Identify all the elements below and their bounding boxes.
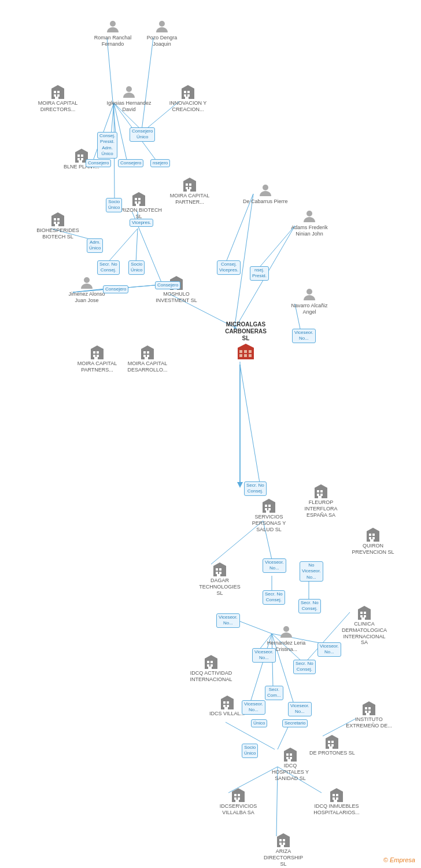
svg-rect-85 [189, 183, 191, 186]
svg-rect-202 [333, 794, 335, 796]
node-dagar-technologies[interactable]: DAGAR TECHNOLOGIES SL [197, 561, 243, 596]
svg-rect-149 [217, 574, 220, 576]
badge-secr-no-consej-5[interactable]: Secr. NoConsej. [293, 660, 316, 674]
badge-secr-no-consej-2[interactable]: Secr. NoConsej. [244, 481, 267, 496]
badge-consej-presid[interactable]: Consej.Presid.Adm.Único [97, 132, 117, 159]
svg-rect-65 [77, 158, 80, 160]
svg-point-54 [126, 86, 132, 92]
svg-rect-146 [219, 568, 221, 571]
node-fleurop-interflora[interactable]: FLEUROP INTERFLORA ESPAÑA SA [298, 483, 344, 518]
node-iorizon[interactable]: IORIZON BIOTECH SL [116, 191, 162, 220]
svg-marker-68 [75, 149, 88, 152]
svg-rect-192 [329, 746, 333, 749]
svg-marker-158 [205, 655, 217, 659]
badge-consejero-1[interactable]: Consejero [86, 159, 111, 167]
badge-consej-vicepres[interactable]: Consej.Vicepres. [217, 260, 241, 275]
svg-rect-131 [317, 490, 319, 492]
node-idcq-inmuebles[interactable]: IDCQ INMUEBLES HOSPITALARIOS... [313, 787, 360, 816]
badge-consejero-4[interactable]: Consejero [155, 281, 180, 289]
node-innovacion-creacion[interactable]: INNOVACION Y CREACION... [165, 84, 211, 113]
svg-rect-106 [249, 354, 252, 357]
badge-secr-no-consej-1[interactable]: Secr. NoConsej. [97, 260, 120, 275]
node-pozo-dengra[interactable]: Pozo Dengra Joaquin [139, 19, 185, 47]
node-idcservicios-villalba[interactable]: IDCSERVICIOS VILLALBA SA [215, 787, 261, 816]
node-navarro-alcaniz[interactable]: Navarro Alcañiz Angel [286, 286, 333, 315]
svg-rect-145 [216, 568, 218, 571]
badge-nsejero[interactable]: nsejero [150, 159, 170, 167]
node-quiron-prevencion[interactable]: QUIRON PREVENCION SL [350, 527, 396, 556]
svg-rect-112 [93, 355, 95, 357]
svg-rect-102 [244, 350, 247, 353]
badge-no-viceseor[interactable]: NoViceseor.No... [300, 561, 323, 582]
node-moira-capital-desarrollo[interactable]: MOIRA CAPITAL DESARROLLO... [124, 344, 171, 373]
svg-marker-172 [358, 606, 371, 609]
svg-rect-161 [227, 701, 229, 704]
badge-viceseor-7[interactable]: Viceseor.No... [288, 702, 312, 716]
svg-rect-66 [81, 158, 83, 160]
svg-rect-50 [54, 94, 56, 97]
svg-rect-138 [369, 534, 371, 536]
svg-rect-88 [187, 189, 190, 192]
label-idcq-inmuebles: IDCQ INMUEBLES HOSPITALARIOS... [313, 803, 360, 816]
svg-rect-128 [266, 510, 269, 513]
label-iorizon: IORIZON BIOTECH SL [116, 207, 162, 220]
badge-adm-unico[interactable]: Adm.Único [87, 238, 103, 253]
svg-rect-188 [328, 741, 330, 743]
badge-viceseor-1[interactable]: Viceseor.No... [292, 329, 316, 343]
svg-rect-100 [238, 348, 254, 359]
node-idcs-villa[interactable]: IDCS VILLAL... [209, 694, 245, 717]
badge-nsej-presid[interactable]: nsej.Presid. [250, 266, 269, 281]
badge-secr-no-consej-3[interactable]: Secr. NoConsej. [263, 590, 285, 605]
svg-marker-99 [170, 276, 183, 279]
badge-secr-com[interactable]: Secr.Com... [265, 686, 283, 700]
svg-rect-211 [279, 843, 282, 845]
badge-viceseor-3[interactable]: Viceseor.No... [216, 613, 240, 628]
connections-svg [0, 0, 421, 868]
badge-socio-unico-3[interactable]: SocioÚnico [242, 744, 258, 758]
svg-rect-169 [360, 615, 363, 617]
node-de-cabarrus[interactable]: De Cabarrus Pierre [243, 182, 288, 205]
badge-viceseor-6[interactable]: Viceseor.No... [242, 700, 265, 715]
node-clinica-dermatologica[interactable]: CLINICA DERMATOLOGICA INTERNACIONAL SA [341, 605, 387, 646]
badge-secretario[interactable]: Secretario [282, 719, 308, 727]
svg-rect-203 [336, 794, 338, 796]
svg-rect-86 [186, 187, 188, 189]
node-biohesperides[interactable]: BIOHESPERIDES BIOTECH SL [35, 211, 81, 240]
node-moira-capital-partners-bot[interactable]: MOIRA CAPITAL PARTNERS... [74, 344, 120, 373]
badge-vicepres[interactable]: Vicepres. [130, 219, 153, 227]
svg-rect-164 [224, 707, 228, 709]
badge-unico[interactable]: Único [251, 719, 267, 727]
svg-marker-61 [182, 85, 194, 89]
badge-secr-no-consej-4[interactable]: Secr. NoConsej. [298, 599, 321, 613]
badge-consejero-unico-1[interactable]: ConsejeroÚnico [130, 127, 155, 142]
node-moira-capital-partners-top[interactable]: MOIRA CAPITAL PARTNER... [167, 176, 213, 205]
node-moira-capital-directors[interactable]: MOIRA CAPITAL DIRECTORS... [35, 84, 81, 113]
node-servicios-personas[interactable]: SERVICIOS PERSONAS Y SALUD SL [246, 498, 292, 532]
badge-socio-unico-2[interactable]: SocioÚnico [128, 260, 145, 275]
badge-consejero-3[interactable]: Consejero [103, 285, 128, 293]
node-iglesias-hernandez[interactable]: Iglesias Hernandez David [106, 84, 152, 113]
svg-rect-175 [368, 707, 371, 709]
svg-rect-77 [54, 218, 56, 220]
badge-viceseor-4[interactable]: Viceseor.No... [252, 648, 276, 663]
node-roman-ranchal[interactable]: Roman Ranchal Fernando [90, 19, 136, 47]
badge-viceseor-2[interactable]: Viceseor.No... [263, 558, 286, 573]
svg-point-92 [84, 277, 90, 283]
node-idcq-actividad[interactable]: IDCQ ACTIVIDAD INTERNACIONAL [188, 654, 234, 683]
node-instituto-extremeno[interactable]: INSTITUTO EXTREMEÑO DE... [346, 700, 392, 729]
svg-rect-70 [135, 198, 137, 200]
node-adams-frederik[interactable]: Adams Frederik Ninian John [286, 208, 333, 237]
svg-marker-129 [263, 499, 275, 502]
node-idcq-hospitales[interactable]: IDCQ HOSPITALES Y SANIDAD SL [267, 746, 313, 781]
svg-rect-141 [372, 537, 375, 539]
svg-rect-57 [187, 91, 190, 93]
label-de-cabarrus: De Cabarrus Pierre [243, 198, 288, 205]
svg-rect-126 [265, 508, 267, 510]
badge-viceseor-5[interactable]: Viceseor.No... [317, 642, 341, 657]
node-de-protones[interactable]: DE PROTONES SL [309, 734, 355, 756]
badge-socio-unico-1[interactable]: SocioÚnico [106, 198, 122, 212]
badge-consejero-2[interactable]: Consejero [118, 159, 143, 167]
node-ariza-directorship[interactable]: ARIZA DIRECTORSHIP SL [260, 832, 306, 867]
node-microalgas-carboneras[interactable]: MICROALGAS CARBONERAS SL [223, 321, 269, 361]
svg-rect-114 [94, 357, 98, 359]
